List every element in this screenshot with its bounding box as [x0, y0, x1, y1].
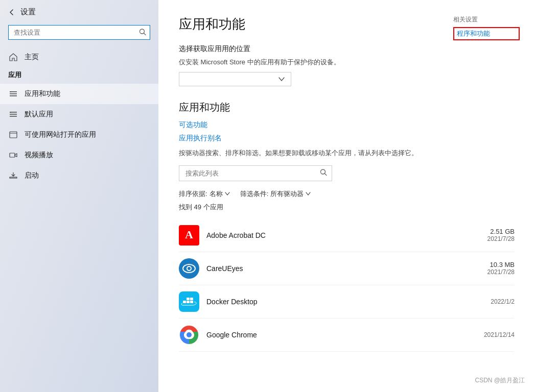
svg-rect-24	[187, 301, 190, 303]
app-date: 2021/7/28	[469, 268, 515, 276]
svg-rect-23	[183, 301, 186, 303]
web-apps-icon	[8, 130, 18, 140]
source-dropdown[interactable]	[179, 72, 291, 86]
svg-rect-5	[10, 91, 11, 92]
svg-point-21	[188, 267, 191, 270]
filter-dropdown[interactable]: 筛选条件: 所有驱动器	[240, 189, 311, 199]
app-meta-adobe: 2.51 GB 2021/7/28	[469, 228, 515, 242]
app-size: 2.51 GB	[469, 228, 515, 235]
optional-features-link[interactable]: 可选功能	[179, 120, 515, 130]
svg-line-1	[144, 33, 146, 35]
app-date: 2021/12/14	[469, 331, 515, 338]
sort-dropdown[interactable]: 排序依据: 名称	[179, 189, 230, 199]
filter-value: 所有驱动器	[270, 189, 304, 199]
app-name: Google Chrome	[206, 331, 461, 339]
app-info-docker: Docker Desktop	[206, 298, 461, 306]
related-settings-panel: 相关设置 程序和功能	[453, 15, 520, 40]
search-icon	[139, 28, 146, 37]
related-settings-title: 相关设置	[453, 15, 520, 24]
web-apps-label: 可使用网站打开的应用	[25, 130, 96, 139]
app-info-careu: CareUEyes	[206, 264, 461, 273]
app-name: CareUEyes	[206, 264, 461, 273]
sidebar-section-apps: 应用	[0, 67, 158, 84]
video-label: 视频播放	[25, 151, 53, 160]
search-box	[8, 25, 150, 40]
app-icon-adobe: A	[179, 225, 199, 246]
default-apps-icon	[8, 109, 18, 119]
svg-rect-26	[187, 298, 190, 300]
found-count: 找到 49 个应用	[179, 203, 515, 212]
sidebar-item-web-apps[interactable]: 可使用网站打开的应用	[0, 125, 158, 145]
select-source-subtitle: 仅安装 Microsoft Store 中的应用有助于保护你的设备。	[179, 58, 515, 67]
table-row[interactable]: CareUEyes 10.3 MB 2021/7/28	[179, 252, 515, 285]
sidebar-item-default-apps[interactable]: 默认应用	[0, 104, 158, 125]
app-date: 2022/1/2	[469, 298, 515, 305]
app-name: Adobe Acrobat DC	[206, 231, 461, 239]
app-info-adobe: Adobe Acrobat DC	[206, 231, 461, 239]
home-label: 主页	[25, 53, 39, 62]
app-meta-docker: 2022/1/2	[469, 298, 515, 305]
svg-rect-25	[190, 301, 193, 303]
app-size: 10.3 MB	[469, 261, 515, 268]
svg-rect-9	[10, 112, 11, 113]
svg-line-15	[325, 174, 327, 176]
app-info-chrome: Google Chrome	[206, 331, 461, 339]
sidebar-header: 设置	[0, 0, 158, 22]
app-icon-docker	[179, 291, 199, 312]
svg-text:A: A	[185, 228, 193, 241]
svg-rect-13	[10, 177, 17, 178]
table-row[interactable]: Google Chrome 2021/12/14	[179, 318, 515, 352]
default-apps-label: 默认应用	[25, 110, 53, 119]
watermark: CSDN @皓月盈江	[475, 376, 525, 385]
table-row[interactable]: Docker Desktop 2022/1/2	[179, 285, 515, 318]
app-list: A Adobe Acrobat DC 2.51 GB 2021/7/28	[179, 219, 515, 352]
search-input[interactable]	[8, 25, 150, 40]
app-execution-alias-link[interactable]: 应用执行别名	[179, 134, 515, 143]
startup-icon	[8, 170, 18, 181]
svg-rect-7	[10, 114, 17, 115]
sort-filter-row: 排序依据: 名称 筛选条件: 所有驱动器	[179, 189, 515, 199]
app-icon-careu	[179, 258, 199, 279]
filter-label: 筛选条件:	[240, 189, 269, 199]
app-search-icon	[320, 169, 327, 178]
home-icon	[8, 52, 18, 62]
svg-rect-27	[190, 298, 193, 300]
svg-rect-10	[10, 132, 17, 138]
app-name: Docker Desktop	[206, 298, 461, 306]
svg-rect-12	[10, 153, 15, 157]
startup-label: 启动	[25, 171, 39, 180]
app-meta-careu: 10.3 MB 2021/7/28	[469, 261, 515, 276]
apps-description: 按驱动器搜索、排序和筛选。如果想要卸载或移动某个应用，请从列表中选择它。	[179, 148, 445, 158]
app-icon-chrome	[179, 325, 199, 345]
svg-rect-4	[10, 95, 17, 96]
app-search-box	[179, 165, 332, 181]
svg-rect-3	[10, 93, 17, 94]
app-meta-chrome: 2021/12/14	[469, 331, 515, 338]
svg-point-31	[187, 332, 192, 337]
sidebar-item-startup[interactable]: 启动	[0, 165, 158, 186]
app-date: 2021/7/28	[469, 235, 515, 242]
select-source-title: 选择获取应用用的位置	[179, 44, 515, 54]
video-icon	[8, 150, 18, 160]
apps-features-label: 应用和功能	[25, 89, 60, 99]
sidebar-item-video[interactable]: 视频播放	[0, 145, 158, 165]
apps-section-title: 应用和功能	[179, 101, 515, 114]
sort-value: 名称	[210, 189, 223, 199]
svg-rect-8	[10, 116, 17, 117]
back-button[interactable]	[8, 9, 15, 16]
programs-features-link[interactable]: 程序和功能	[453, 27, 520, 40]
main-content: 相关设置 程序和功能 应用和功能 选择获取应用用的位置 仅安装 Microsof…	[158, 0, 535, 392]
table-row[interactable]: A Adobe Acrobat DC 2.51 GB 2021/7/28	[179, 219, 515, 252]
sidebar: 设置 主页 应用 应用和功能	[0, 0, 158, 392]
app-search-input[interactable]	[179, 165, 332, 181]
sidebar-item-apps-features[interactable]: 应用和功能	[0, 84, 158, 104]
settings-title: 设置	[20, 7, 36, 17]
chevron-down-icon	[278, 76, 285, 83]
sidebar-item-home[interactable]: 主页	[0, 47, 158, 67]
apps-features-icon	[8, 89, 18, 99]
sort-label: 排序依据:	[179, 189, 207, 199]
